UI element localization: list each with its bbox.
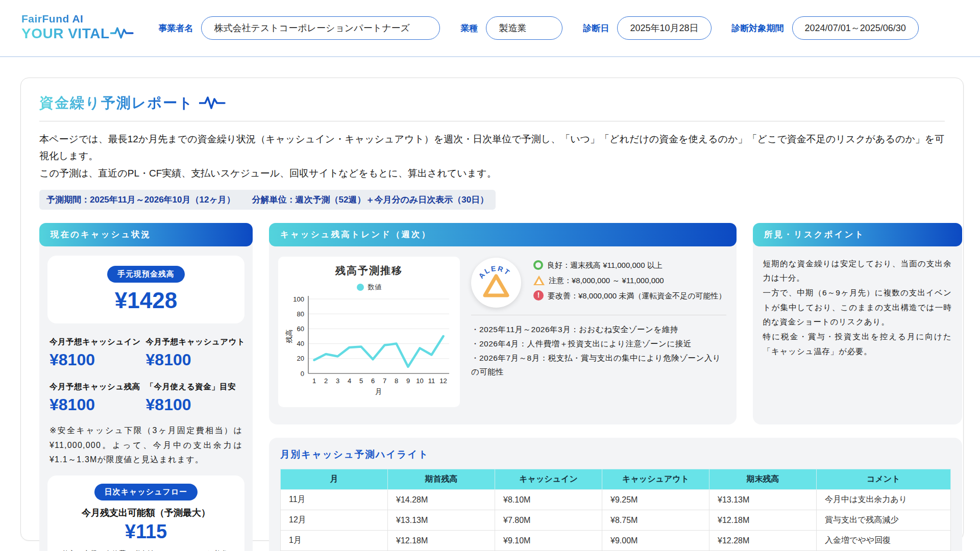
balance-chart: 020406080100123456789101112月残高 xyxy=(285,292,453,400)
cash-balance-pill: 手元現預金残高 xyxy=(107,266,185,283)
report-title-row: 資金繰り予測レポート xyxy=(33,89,951,113)
diagnosis-date-label: 診断日 xyxy=(583,22,609,34)
svg-text:2: 2 xyxy=(324,377,328,385)
daily-cashflow-pill: 日次キャッシュフロー xyxy=(94,484,198,500)
svg-text:8: 8 xyxy=(395,377,398,385)
pulse-icon xyxy=(110,24,134,43)
chart-title: 残高予測推移 xyxy=(283,264,455,278)
daily-cashflow-panel: 日次キャッシュフロー 今月残支出可能額（予測最大） ¥115 ※仕入／家賃／人件… xyxy=(47,475,244,551)
zone-bad: ! 要改善：¥8,000,000 未満（運転資金不足の可能性） xyxy=(533,290,726,301)
period-input[interactable]: 2024/07/01～2025/06/30 xyxy=(792,16,919,40)
good-circle-icon xyxy=(533,260,543,270)
table-row: 1月¥12.18M¥9.10M¥9.00M¥12.28M入金増でやや回復 xyxy=(281,531,951,551)
field-industry: 業種 製造業 xyxy=(460,16,562,40)
cash-balance-value: ¥1428 xyxy=(57,288,235,313)
svg-text:月: 月 xyxy=(375,388,382,395)
svg-text:20: 20 xyxy=(297,355,304,362)
svg-text:11: 11 xyxy=(428,377,435,385)
cash-trend-header: キャッシュ残高トレンド（週次） xyxy=(269,223,737,246)
daily-cashflow-value: ¥115 xyxy=(56,521,236,543)
intro-line: 本ページでは、最長12か月先までの資金繰り状況（キャッシュイン・キャッシュアウト… xyxy=(39,131,945,165)
trend-divider xyxy=(471,315,726,315)
svg-text:6: 6 xyxy=(371,377,375,385)
current-cash-header: 現在のキャッシュ状況 xyxy=(39,223,253,246)
page-title: 資金繰り予測レポート xyxy=(39,93,194,113)
intro-text: 本ページでは、最長12か月先までの資金繰り状況（キャッシュイン・キャッシュアウト… xyxy=(39,131,945,182)
svg-text:9: 9 xyxy=(406,377,410,385)
svg-text:残高: 残高 xyxy=(285,329,293,343)
industry-input[interactable]: 製造業 xyxy=(486,16,562,40)
industry-label: 業種 xyxy=(460,22,478,34)
title-pulse-icon xyxy=(199,94,226,112)
warning-triangle-icon xyxy=(485,276,507,295)
period-label: 診断対象期間 xyxy=(732,22,784,34)
trend-bullets: ・2025年11月～2026年3月：おおむね安全ゾーンを維持 ・2026年4月：… xyxy=(471,322,726,380)
company-input[interactable]: 株式会社テストコーポレーションパートナーズ xyxy=(201,16,440,40)
brand-line1: FairFund AI xyxy=(21,13,134,24)
field-diagnosis-date: 診断日 2025年10月28日 xyxy=(583,16,711,40)
chart-legend: 数値 xyxy=(283,283,455,292)
chart-legend-label: 数値 xyxy=(368,283,382,292)
observations-text: 短期的な資金繰りは安定しており、当面の支出余力は十分。 一方で、中期（6～9ヶ月… xyxy=(753,246,962,369)
company-label: 事業者名 xyxy=(158,22,193,34)
alert-badge: ALERT xyxy=(471,258,521,308)
svg-text:7: 7 xyxy=(383,377,386,385)
zone-warn: 注意：¥8,000,000 ～ ¥11,000,000 xyxy=(533,275,726,286)
stat-cash-out: 今月予想キャッシュアウト ¥8100 xyxy=(146,337,246,369)
svg-text:80: 80 xyxy=(297,310,304,317)
svg-text:60: 60 xyxy=(297,325,304,333)
field-period: 診断対象期間 2024/07/01～2025/06/30 xyxy=(732,16,919,40)
field-company: 事業者名 株式会社テストコーポレーションパートナーズ xyxy=(158,16,440,40)
brand-logo: FairFund AI YOUR VITAL xyxy=(21,13,134,43)
svg-text:12: 12 xyxy=(439,377,447,385)
monthly-stats: 今月予想キャッシュイン ¥8100 今月予想キャッシュアウト ¥8100 今月予… xyxy=(50,337,242,414)
diagnosis-date-input[interactable]: 2025年10月28日 xyxy=(617,16,711,40)
svg-text:5: 5 xyxy=(359,377,363,385)
chart-panel: 残高予測推移 数値 020406080100123456789101112月残高 xyxy=(278,257,460,407)
observations-card: 所見・リスクポイント 短期的な資金繰りは安定しており、当面の支出余力は十分。 一… xyxy=(753,223,962,424)
table-row: 12月¥13.13M¥7.80M¥8.75M¥12.18M賞与支出で残高減少 xyxy=(281,510,951,531)
daily-cashflow-title: 今月残支出可能額（予測最大） xyxy=(56,507,236,519)
caution-triangle-icon xyxy=(533,276,545,285)
zone-legend: 良好：週末残高 ¥11,000,000 以上 注意：¥8,000,000 ～ ¥… xyxy=(533,258,726,306)
forecast-meta-badge: 予測期間：2025年11月～2026年10月（12ヶ月） 分解単位：週次予測（5… xyxy=(39,190,496,210)
table-header-row: 月 期首残高 キャッシュイン キャッシュアウト 期末残高 コメント xyxy=(281,469,951,490)
forecast-period: 予測期間：2025年11月～2026年10月（12ヶ月） xyxy=(46,195,235,205)
table-row: 11月¥14.28M¥8.10M¥9.25M¥13.13M今月中は支出余力あり xyxy=(281,490,951,510)
svg-text:0: 0 xyxy=(301,369,304,377)
header-fields: 事業者名 株式会社テストコーポレーションパートナーズ 業種 製造業 診断日 20… xyxy=(158,16,918,40)
stat-usable-funds: 「今月使える資金」目安 ¥8100 xyxy=(146,382,246,414)
app-header: FairFund AI YOUR VITAL 事業者名 株式会社テストコーポレー… xyxy=(0,0,980,57)
svg-text:40: 40 xyxy=(297,340,304,347)
alert-exclamation-icon: ! xyxy=(533,290,544,300)
svg-text:1: 1 xyxy=(312,377,316,385)
chart-legend-dot xyxy=(357,284,364,291)
daily-cashflow-notes: ※仕入／家賃／人件費／税支払いスケジュールを考慮 ※支払予定＋流入見込から「今ど… xyxy=(56,548,236,551)
stat-cash-balance: 今月予想キャッシュ残高 ¥8100 xyxy=(50,382,141,414)
svg-text:10: 10 xyxy=(416,377,423,385)
forecast-granularity: 分解単位：週次予測（52週）＋今月分のみ日次表示（30日） xyxy=(252,195,489,205)
cash-balance-panel: 手元現預金残高 ¥1428 xyxy=(47,256,244,323)
observations-header: 所見・リスクポイント xyxy=(753,223,962,246)
svg-text:100: 100 xyxy=(293,295,304,303)
cash-trend-card: キャッシュ残高トレンド（週次） 残高予測推移 数値 02040608010012… xyxy=(269,223,737,424)
monthly-highlight-card: 月別キャッシュ予測ハイライト 月 期首残高 キャッシュイン キャッシュアウト 期… xyxy=(269,438,962,551)
current-cash-card: 現在のキャッシュ状況 手元現預金残高 ¥1428 今月予想キャッシュイン ¥81… xyxy=(39,223,253,551)
monthly-table-title: 月別キャッシュ予測ハイライト xyxy=(280,448,951,461)
report-card: 資金繰り予測レポート 本ページでは、最長12か月先までの資金繰り状況（キャッシュ… xyxy=(20,78,964,541)
monthly-table: 月 期首残高 キャッシュイン キャッシュアウト 期末残高 コメント 11月¥14… xyxy=(280,469,951,551)
svg-text:4: 4 xyxy=(348,377,351,385)
svg-text:3: 3 xyxy=(336,377,339,385)
stat-cash-in: 今月予想キャッシュイン ¥8100 xyxy=(50,337,141,369)
brand-line2: YOUR VITAL xyxy=(21,24,134,43)
zone-good: 良好：週末残高 ¥11,000,000 以上 xyxy=(533,260,726,270)
safety-note: ※安全キャッシュ下限（3ヶ月固定費相当）は¥11,000,000。よって、今月中… xyxy=(50,423,242,467)
title-divider xyxy=(39,121,945,121)
intro-line: この予測は、直近のPL・CF実績、支払いスケジュール、回収サイトなどをもとに、算… xyxy=(39,165,945,182)
